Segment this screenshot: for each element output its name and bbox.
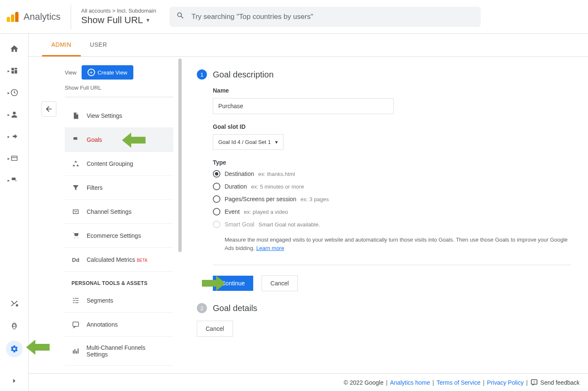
sidebar-item-content-grouping[interactable]: Content Grouping [65,152,173,176]
annotation-arrow-icon [122,133,146,149]
svg-rect-10 [74,349,75,354]
step-1-title: Goal description [213,70,274,80]
cancel-button-2[interactable]: Cancel [197,321,233,337]
search-icon [176,11,185,22]
cancel-button[interactable]: Cancel [262,275,298,291]
view-name-select[interactable]: Show Full URL [65,85,173,97]
analytics-logo-icon [7,12,19,22]
product-name: Analytics [24,11,61,22]
sidebar-item-segments[interactable]: Segments [65,289,173,313]
home-icon[interactable] [6,40,23,57]
svg-rect-2 [11,156,17,161]
attribution-icon[interactable] [6,295,23,312]
search-input[interactable]: Try searching "Top countries by users" [170,7,481,27]
breadcrumb: All accounts > Incl. Subdomain [81,8,156,14]
view-title: Show Full URL [81,15,143,26]
dashboard-icon[interactable]: ▸ [6,62,23,79]
plus-icon: + [87,69,95,76]
radio-icon [213,170,220,178]
learn-more-link[interactable]: Learn more [256,245,284,251]
footer: © 2022 Google | Analytics home | Terms o… [29,373,588,391]
create-view-button[interactable]: + Create View [82,65,133,80]
annotation-arrow-icon [202,276,225,293]
grouping-icon [72,160,80,168]
sidebar-item-channel-settings[interactable]: Channel Settings [65,200,173,224]
conversions-icon[interactable]: ▸ [6,172,23,189]
radio-icon [213,208,220,215]
annotations-icon [72,320,80,329]
copyright: © 2022 Google [344,379,383,386]
tab-admin[interactable]: ADMIN [42,34,81,56]
svg-rect-11 [76,351,77,354]
tab-user[interactable]: USER [81,34,117,56]
step-1-badge: 1 [197,69,207,80]
logo-area[interactable]: Analytics [7,4,71,29]
account-selector[interactable]: All accounts > Incl. Subdomain Show Full… [71,8,156,26]
sidebar-item-view-settings[interactable]: View Settings [65,104,173,128]
audience-icon[interactable]: ▸ [6,106,23,123]
slot-label: Goal slot ID [213,123,571,130]
discover-icon[interactable] [6,318,23,335]
annotation-arrow-icon [26,340,50,356]
header: Analytics All accounts > Incl. Subdomain… [0,0,588,34]
sidebar-item-goals[interactable]: Goals [65,128,173,152]
sidebar-item-calculated-metrics[interactable]: Dd Calculated MetricsBETA [65,248,173,272]
sidebar-item-filters[interactable]: Filters [65,176,173,200]
left-nav-rail: ▸ ▸ ▸ ▸ ▸ ▸ [0,34,29,391]
type-label: Type [213,159,571,166]
realtime-icon[interactable]: ▸ [6,84,23,101]
admin-view-sidebar: View + Create View Show Full URL View Se… [29,57,180,391]
expand-chevron-icon[interactable] [11,378,18,386]
radio-icon [213,183,220,190]
behavior-icon[interactable]: ▸ [6,150,23,167]
radio-event[interactable]: Event ex: played a video [213,208,571,215]
sidebar-item-mcf-settings[interactable]: Multi-Channel Funnels Settings [65,337,173,366]
svg-rect-12 [77,348,78,354]
privacy-link[interactable]: Privacy Policy [487,379,524,386]
svg-point-1 [13,112,16,114]
step-2-title: Goal details [213,303,257,313]
radio-icon [213,195,220,203]
chevron-down-icon: ▼ [146,17,151,23]
terms-link[interactable]: Terms of Service [437,379,480,386]
metrics-icon: Dd [72,255,80,264]
acquisition-icon[interactable]: ▸ [6,128,23,145]
smart-goal-description: Measure the most engaged visits to your … [225,236,571,252]
analytics-home-link[interactable]: Analytics home [390,379,430,386]
step-2-badge: 2 [197,303,207,313]
sidebar-item-ecommerce[interactable]: Ecommerce Settings [65,224,173,248]
chevron-down-icon: ▾ [275,139,278,145]
search-placeholder: Try searching "Top countries by users" [191,13,313,21]
name-label: Name [213,87,571,94]
sidebar-item-annotations[interactable]: Annotations [65,313,173,337]
name-input[interactable] [213,98,394,114]
radio-pages[interactable]: Pages/Screens per session ex: 3 pages [213,195,571,203]
segments-icon [72,296,80,305]
back-arrow-button[interactable] [41,101,56,117]
radio-smart-goal: Smart Goal Smart Goal not available. [213,221,571,228]
filter-icon [72,184,80,192]
view-label: View [65,69,77,76]
flag-icon [72,136,80,144]
cart-icon [72,231,80,240]
svg-rect-9 [73,351,74,354]
channel-icon [72,207,80,216]
radio-destination[interactable]: Destination ex: thanks.html [213,170,571,178]
document-icon [72,112,80,120]
feedback-icon [530,379,538,386]
svg-rect-8 [73,322,79,327]
slot-dropdown[interactable]: Goal Id 4 / Goal Set 1 ▾ [213,134,283,150]
radio-icon [213,221,220,228]
personal-tools-header: PERSONAL TOOLS & ASSETS [72,280,173,286]
admin-gear-icon[interactable] [6,340,23,357]
funnel-icon [72,347,80,355]
svg-point-4 [16,305,18,306]
goal-form: 1 Goal description Name Goal slot ID Goa… [180,57,588,391]
send-feedback-button[interactable]: Send feedback [530,379,580,386]
admin-tabs: ADMIN USER [29,34,588,57]
radio-duration[interactable]: Duration ex: 5 minutes or more [213,183,571,190]
